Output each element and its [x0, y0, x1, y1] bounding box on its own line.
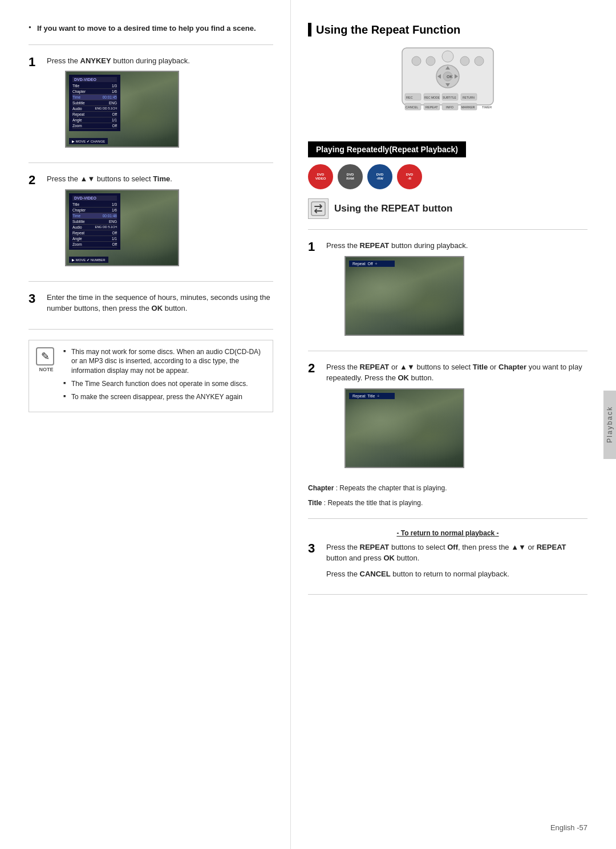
repeat-svg-icon: [310, 201, 326, 217]
screenshot-1-bg: DVD-VIDEO Title1/3 Chapter1/6 Time00:01:…: [66, 72, 178, 147]
step-2-content: Press the ▲▼ buttons to select Time. DVD…: [47, 173, 273, 271]
svg-point-2: [426, 56, 435, 66]
divider-2: [29, 163, 273, 163]
repeat-title-text: Repeat Title ÷: [352, 394, 379, 398]
note-list: This may not work for some discs. When a…: [63, 347, 266, 402]
dvd-menu-row: Chapter1/6: [72, 89, 117, 95]
disc-icon-dvd-r: DVD -R: [397, 164, 422, 189]
note-item-3: To make the screen disappear, press the …: [63, 392, 266, 402]
step-num-r3: 3: [308, 542, 321, 555]
dvd-menu-1: DVD-VIDEO Title1/3 Chapter1/6 Time00:01:…: [69, 75, 120, 131]
svg-point-5: [475, 56, 484, 66]
disc-icons-row: DVD VIDEO DVD RAM DVD -RW DVD -R: [308, 164, 587, 189]
step-num-1: 1: [29, 55, 41, 69]
step-2-text: Press the ▲▼ buttons to select Time.: [47, 173, 273, 185]
step-1-right: 1 Press the REPEAT button during playbac…: [308, 240, 587, 340]
step-r1-text: Press the REPEAT button during playback.: [326, 240, 587, 251]
dvd-menu-row: RepeatOff: [72, 112, 117, 117]
dvd-menu-row: ZoomOff: [72, 242, 117, 247]
screenshot-1: DVD-VIDEO Title1/3 Chapter1/6 Time00:01:…: [65, 71, 179, 148]
screenshot-repeat-title: Repeat Title ÷: [345, 388, 464, 468]
dvd-menu-row: SubtitleENG: [72, 100, 117, 106]
note-box: ✎ NOTE This may not work for some discs.…: [29, 340, 273, 413]
left-column: If you want to move to a desired time to…: [0, 0, 291, 849]
step-num-r1: 1: [308, 240, 321, 254]
dvd-footer-2: ▶ MOVE ✔ NUMBER: [69, 257, 108, 263]
normal-playback-label: - To return to normal playback -: [308, 529, 587, 537]
svg-text:INFO: INFO: [446, 105, 454, 109]
dvd-menu-row: Chapter1/6: [72, 208, 117, 213]
svg-text:REC: REC: [406, 96, 413, 99]
note-label: NOTE: [36, 367, 56, 372]
repeat-bold-1: REPEAT: [360, 241, 390, 250]
svg-text:TIMER: TIMER: [482, 105, 492, 109]
repeat-bold-3: REPEAT: [360, 543, 390, 551]
repeat-bold-4: REPEAT: [537, 543, 566, 551]
sub-section-title: Using the REPEAT button: [334, 203, 452, 214]
title-caption: Title : Repeats the title that is playin…: [308, 498, 587, 508]
repeat-off-text: Repeat Off ÷: [352, 262, 377, 266]
ok-bold-r2: OK: [398, 373, 410, 382]
dvd-menu-row: AudioENG DD 5.1CH: [72, 106, 117, 112]
divider-right-1: [308, 229, 587, 230]
screenshot-2: DVD-VIDEO Title1/3 Chapter1/6 Time00:01:…: [65, 189, 179, 266]
repeat-overlay-off: Repeat Off ÷: [349, 261, 395, 267]
chapter-caption-text: : Repeats the chapter that is playing.: [334, 484, 447, 492]
screenshot-repeat-title-bg: Repeat Title ÷: [346, 389, 463, 467]
step-2-right: 2 Press the REPEAT or ▲▼ buttons to sele…: [308, 361, 587, 473]
step-1-left: 1 Press the ANYKEY button during playbac…: [29, 55, 273, 153]
svg-rect-30: [311, 202, 325, 216]
note-item-2: The Time Search function does not operat…: [63, 379, 266, 389]
divider-1: [29, 44, 273, 45]
page-container: If you want to move to a desired time to…: [0, 0, 616, 849]
svg-point-4: [460, 56, 469, 66]
svg-text:REPEAT: REPEAT: [425, 105, 438, 109]
step-num-2: 2: [29, 173, 41, 187]
step-r1-content: Press the REPEAT button during playback.…: [326, 240, 587, 340]
step-3-right: 3 Press the REPEAT buttons to select Off…: [308, 542, 587, 584]
repeat-icon: [308, 198, 329, 219]
off-bold: Off: [447, 543, 458, 551]
dvd-footer-1: ▶ MOVE ✔ CHANGE: [69, 138, 108, 144]
dvd-menu-2: DVD-VIDEO Title1/3 Chapter1/6 Time00:01:…: [69, 193, 120, 250]
note-content: This may not work for some discs. When a…: [63, 347, 266, 405]
time-bold: Time: [153, 174, 170, 183]
side-tab-text: Playback: [606, 406, 614, 443]
playing-banner: Playing Repeatedly(Repeat Playback): [308, 141, 466, 157]
chapter-caption-bold: Chapter: [308, 484, 334, 492]
ok-bold: OK: [152, 304, 163, 312]
divider-3: [29, 281, 273, 282]
dvd-menu-row-time2: Time00:01:48: [72, 213, 117, 219]
step-3-left: 3 Enter the time in the sequence of hour…: [29, 292, 273, 319]
section-title-text: Using the Repeat Function: [316, 23, 460, 36]
title-caption-bold: Title: [308, 499, 322, 507]
dvd-menu-row: RepeatOff: [72, 230, 117, 236]
dvd-menu-row: Title1/3: [72, 83, 117, 89]
step-num-r2: 2: [308, 361, 321, 375]
side-tab: Playback: [603, 391, 616, 459]
step-1-content: Press the ANYKEY button during playback.…: [47, 55, 273, 153]
repeat-bold-2: REPEAT: [360, 363, 390, 371]
note-icon: ✎: [36, 347, 54, 365]
step-r3-text-2: Press the CANCEL button to return to nor…: [326, 568, 587, 580]
step-3-content: Enter the time in the sequence of hours,…: [47, 292, 273, 319]
svg-text:CANCEL: CANCEL: [406, 105, 418, 109]
step-r2-content: Press the REPEAT or ▲▼ buttons to select…: [326, 361, 587, 473]
step-2-left: 2 Press the ▲▼ buttons to select Time. D…: [29, 173, 273, 271]
step-num-3: 3: [29, 292, 41, 306]
svg-text:RETURN: RETURN: [463, 96, 475, 99]
note-icon-container: ✎ NOTE: [36, 347, 56, 405]
bullet-header: If you want to move to a desired time to…: [29, 23, 273, 34]
dvd-menu-row-time: Time00:01:45: [72, 95, 117, 100]
chapter-caption: Chapter : Repeats the chapter that is pl…: [308, 483, 587, 493]
disc-icon-dvd-ram: DVD RAM: [338, 164, 363, 189]
step-3-text: Enter the time in the sequence of hours,…: [47, 292, 273, 314]
disc-icon-dvd-video: DVD VIDEO: [308, 164, 333, 189]
step-r2-text: Press the REPEAT or ▲▼ buttons to select…: [326, 361, 587, 384]
divider-4: [29, 329, 273, 330]
svg-point-3: [442, 51, 453, 62]
svg-text:MARKER: MARKER: [461, 105, 475, 109]
dvd-menu-row: Angle1/1: [72, 236, 117, 242]
section-title: Using the Repeat Function: [308, 23, 587, 36]
divider-right-3: [308, 518, 587, 519]
